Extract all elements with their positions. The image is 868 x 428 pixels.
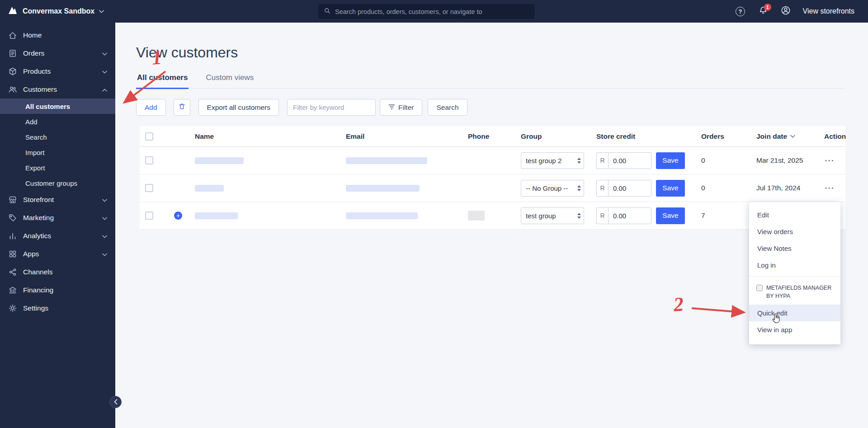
menu-item-view-in-app[interactable]: View in app xyxy=(749,321,840,338)
search-button[interactable]: Search xyxy=(428,99,467,116)
sidebar-item-analytics[interactable]: Analytics xyxy=(0,227,115,245)
sidebar-item-financing[interactable]: Financing xyxy=(0,281,115,299)
menu-item-log-in[interactable]: Log in xyxy=(749,257,840,273)
global-search[interactable] xyxy=(318,4,534,19)
group-select[interactable]: test group xyxy=(521,207,584,224)
sidebar-item-label: Marketing xyxy=(23,214,54,222)
app-section-header: METAFIELDS MANAGER BY HYPA xyxy=(749,279,840,305)
table-header: Name Email Phone Group Store credit Orde… xyxy=(140,126,845,147)
sidebar-item-export-customers[interactable]: Export xyxy=(0,160,115,175)
sidebar-item-orders[interactable]: Orders xyxy=(0,44,115,62)
expand-row-plus-icon[interactable]: + xyxy=(174,212,182,220)
sidebar-item-channels[interactable]: Channels xyxy=(0,263,115,281)
help-button[interactable]: ? xyxy=(735,6,746,17)
notifications-button[interactable]: 1 xyxy=(758,6,769,17)
group-select-value: test group xyxy=(526,212,556,220)
column-header-phone[interactable]: Phone xyxy=(468,132,521,141)
filter-keyword-input[interactable] xyxy=(287,99,376,116)
app-root: Convermax Sandbox ? 1 xyxy=(0,0,868,428)
select-all-checkbox[interactable] xyxy=(145,132,153,141)
add-customer-button[interactable]: Add xyxy=(136,99,166,116)
redacted-customer-name xyxy=(195,185,224,192)
column-header-join-date[interactable]: Join date xyxy=(756,132,821,141)
store-credit-input[interactable] xyxy=(608,180,651,197)
column-header-group[interactable]: Group xyxy=(521,132,596,141)
sidebar-item-label: Products xyxy=(23,67,51,75)
sidebar-item-settings[interactable]: Settings xyxy=(0,299,115,317)
sidebar-item-apps[interactable]: Apps xyxy=(0,245,115,263)
menu-item-edit[interactable]: Edit xyxy=(749,207,840,223)
chevron-down-icon xyxy=(102,250,107,258)
sidebar-item-label: Apps xyxy=(23,250,39,258)
save-button[interactable]: Save xyxy=(656,152,685,169)
sidebar-item-marketing[interactable]: Marketing xyxy=(0,209,115,227)
notification-badge: 1 xyxy=(764,4,771,11)
select-stepper-icon xyxy=(575,208,584,224)
table-row: -- No Group -- R Save 0 Jul 17th, 2024 ⋯ xyxy=(140,174,845,202)
sidebar-subitem-label: Add xyxy=(25,118,38,126)
account-button[interactable] xyxy=(780,6,791,17)
chevron-down-icon xyxy=(102,196,107,204)
group-select[interactable]: -- No Group -- xyxy=(521,180,584,197)
sidebar-item-products[interactable]: Products xyxy=(0,62,115,80)
app-section-title: METAFIELDS MANAGER BY HYPA xyxy=(766,284,835,300)
filter-button[interactable]: Filter xyxy=(380,99,422,116)
redacted-customer-name xyxy=(195,157,244,164)
tab-custom-views[interactable]: Custom views xyxy=(205,73,255,88)
column-header-orders[interactable]: Orders xyxy=(701,132,756,141)
sidebar-collapse-button[interactable] xyxy=(109,396,122,408)
help-icon: ? xyxy=(736,7,745,16)
row-actions-button[interactable]: ⋯ xyxy=(824,182,835,193)
select-stepper-icon xyxy=(575,180,584,196)
topbar: Convermax Sandbox ? 1 xyxy=(0,0,868,23)
column-header-store-credit[interactable]: Store credit xyxy=(596,132,701,141)
column-header-email[interactable]: Email xyxy=(346,132,468,141)
store-credit-input[interactable] xyxy=(608,207,651,224)
sidebar-item-label: Financing xyxy=(23,286,53,294)
save-button[interactable]: Save xyxy=(656,180,685,197)
filter-button-label: Filter xyxy=(398,103,414,112)
sidebar-item-search-customers[interactable]: Search xyxy=(0,129,115,145)
group-select-value: test group 2 xyxy=(526,157,561,165)
menu-item-view-orders[interactable]: View orders xyxy=(749,223,840,240)
group-select-value: -- No Group -- xyxy=(526,184,568,192)
products-icon xyxy=(8,67,17,76)
customers-icon xyxy=(8,85,17,94)
sidebar-item-label: Channels xyxy=(23,268,53,276)
store-name: Convermax Sandbox xyxy=(23,7,94,15)
sidebar-item-home[interactable]: Home xyxy=(0,26,115,44)
gear-icon xyxy=(8,304,17,313)
store-credit-input[interactable] xyxy=(608,152,651,169)
sidebar-item-customers[interactable]: Customers xyxy=(0,80,115,99)
group-select[interactable]: test group 2 xyxy=(521,152,584,169)
currency-prefix: R xyxy=(596,152,608,169)
row-actions-button[interactable]: ⋯ xyxy=(824,155,835,166)
orders-count: 0 xyxy=(701,156,756,165)
sidebar-item-storefront[interactable]: Storefront xyxy=(0,191,115,209)
user-icon xyxy=(781,5,791,17)
sidebar-item-all-customers[interactable]: All customers xyxy=(0,99,115,114)
column-header-name[interactable]: Name xyxy=(195,132,346,141)
row-checkbox[interactable] xyxy=(145,212,153,220)
sidebar-item-customer-groups[interactable]: Customer groups xyxy=(0,175,115,191)
sidebar: Home Orders Products Customers All custo… xyxy=(0,23,115,428)
global-search-input[interactable] xyxy=(335,8,529,15)
row-checkbox[interactable] xyxy=(145,184,153,192)
chevron-down-icon xyxy=(102,232,107,240)
view-storefronts-link[interactable]: View storefronts xyxy=(803,7,854,15)
orders-icon xyxy=(8,49,17,58)
sidebar-item-import-customers[interactable]: Import xyxy=(0,145,115,160)
tab-all-customers[interactable]: All customers xyxy=(136,73,189,89)
store-switcher[interactable]: Convermax Sandbox xyxy=(0,5,115,18)
delete-button[interactable] xyxy=(174,99,190,116)
menu-item-quick-edit[interactable]: Quick edit xyxy=(749,305,840,321)
chevron-down-icon xyxy=(102,49,107,57)
menu-divider xyxy=(749,276,840,277)
menu-item-view-notes[interactable]: View Notes xyxy=(749,240,840,257)
row-checkbox[interactable] xyxy=(145,156,153,165)
export-all-customers-button[interactable]: Export all customers xyxy=(198,99,279,116)
save-button[interactable]: Save xyxy=(656,207,685,224)
sidebar-item-label: Storefront xyxy=(23,196,54,204)
sidebar-item-add-customer[interactable]: Add xyxy=(0,114,115,129)
brand-logo-icon xyxy=(7,5,18,18)
